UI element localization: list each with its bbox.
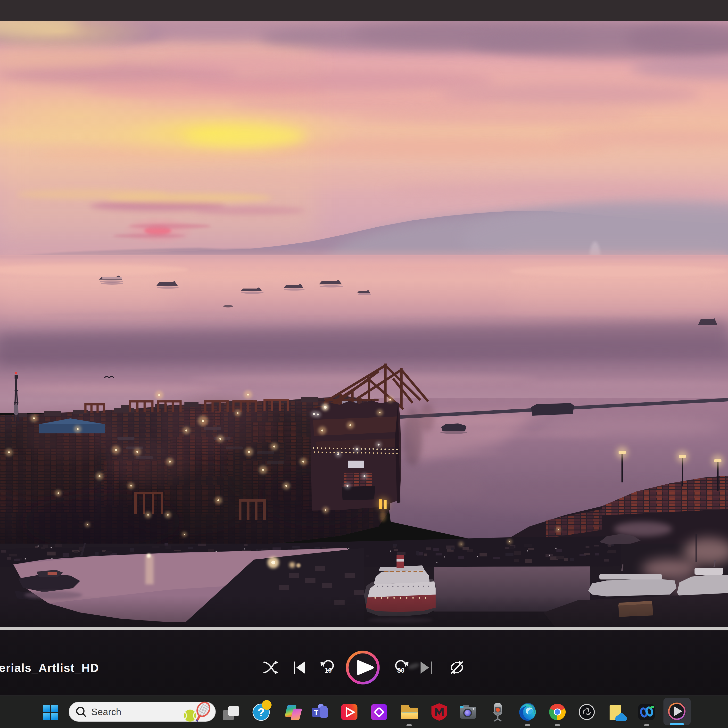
svg-text:T: T (314, 708, 318, 716)
svg-text:30: 30 (397, 667, 405, 674)
svg-text:10: 10 (324, 667, 332, 674)
svg-text:Search: Search (91, 707, 121, 717)
svg-text:erials_Artlist_HD: erials_Artlist_HD (0, 662, 99, 674)
